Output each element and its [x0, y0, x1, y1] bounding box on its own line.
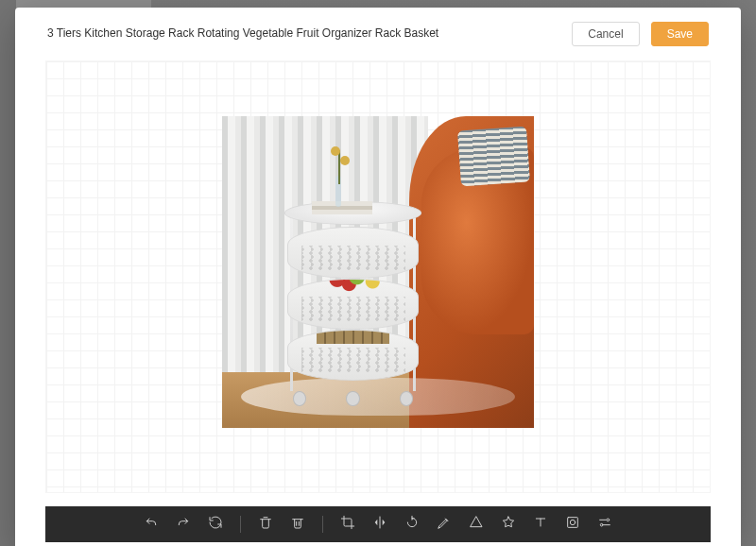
- redo-icon: [176, 515, 191, 534]
- draw-icon: [437, 515, 452, 534]
- crop-button[interactable]: [338, 515, 357, 534]
- rotate-button[interactable]: [403, 515, 421, 534]
- delete-button[interactable]: [256, 515, 275, 534]
- delete-all-icon: [290, 515, 305, 534]
- svg-point-3: [600, 523, 603, 526]
- editor-toolbar: [45, 506, 711, 542]
- mask-icon: [565, 515, 580, 534]
- undo-icon: [144, 515, 159, 534]
- svg-point-1: [570, 520, 575, 524]
- svg-rect-0: [568, 518, 578, 528]
- flip-button[interactable]: [370, 515, 389, 534]
- text-icon: [533, 515, 548, 534]
- modal-header: 3 Tiers Kitchen Storage Rack Rotating Ve…: [15, 8, 741, 60]
- shape-button[interactable]: [467, 515, 486, 534]
- editor-canvas[interactable]: [45, 60, 711, 493]
- flip-icon: [372, 515, 387, 534]
- image-title: 3 Tiers Kitchen Storage Rack Rotating Ve…: [47, 26, 560, 42]
- reset-icon: [208, 515, 223, 534]
- mask-button[interactable]: [563, 515, 582, 534]
- svg-point-2: [607, 519, 610, 521]
- filter-icon: [597, 515, 612, 534]
- editor-footer: [45, 506, 711, 546]
- crop-icon: [340, 515, 355, 534]
- toolbar-divider: [322, 516, 323, 533]
- cancel-button[interactable]: Cancel: [572, 22, 639, 46]
- reset-button[interactable]: [206, 515, 225, 534]
- close-button[interactable]: [713, 13, 733, 34]
- rotate-icon: [404, 515, 420, 534]
- delete-all-button[interactable]: [288, 515, 307, 534]
- toolbar-divider: [240, 516, 241, 533]
- draw-button[interactable]: [435, 515, 454, 534]
- delete-icon: [258, 515, 273, 534]
- save-button[interactable]: Save: [651, 22, 709, 46]
- undo-button[interactable]: [142, 515, 161, 534]
- image-editor-modal: 3 Tiers Kitchen Storage Rack Rotating Ve…: [15, 8, 741, 546]
- star-icon: [501, 515, 516, 534]
- star-button[interactable]: [499, 515, 518, 534]
- redo-button[interactable]: [174, 515, 193, 534]
- shape-icon: [469, 515, 484, 534]
- filter-button[interactable]: [595, 515, 614, 534]
- product-image[interactable]: [222, 116, 534, 428]
- text-button[interactable]: [531, 515, 550, 534]
